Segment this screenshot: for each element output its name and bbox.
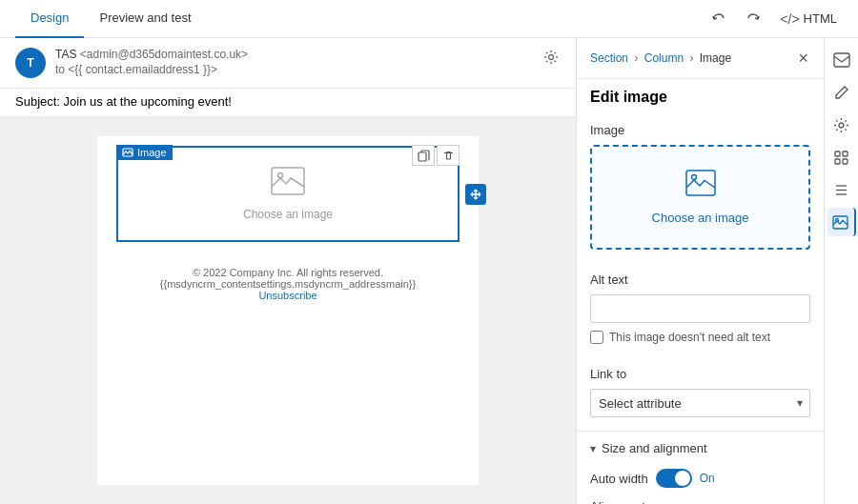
svg-rect-20: [843, 151, 848, 156]
breadcrumb-section[interactable]: Section: [590, 51, 628, 65]
top-bar: Design Preview and test </> HTML: [0, 0, 858, 38]
email-meta: TAS <admin@d365domaintest.co.uk> to <{{ …: [55, 48, 248, 76]
toolbar-actions: </> HTML: [705, 8, 843, 30]
svg-point-7: [691, 175, 696, 180]
attribute-select[interactable]: Select attribute: [590, 389, 810, 417]
panel-close-button[interactable]: ×: [796, 48, 810, 69]
svg-rect-19: [835, 151, 840, 156]
svg-rect-17: [834, 53, 849, 67]
breadcrumb-image: Image: [700, 51, 731, 65]
strip-settings-icon[interactable]: [827, 111, 856, 139]
email-subject: Subject: Join us at the upcoming event!: [0, 89, 576, 117]
canvas-body: Image Choose an image: [0, 117, 576, 504]
auto-width-label: Auto width: [590, 472, 648, 486]
image-block-toolbar: [412, 145, 460, 166]
alt-text-section: Alt text This image doesn't need alt tex…: [577, 263, 824, 357]
breadcrumb: Section › Column › Image: [590, 51, 731, 65]
email-sender-info: T TAS <admin@d365domaintest.co.uk> to <{…: [15, 48, 248, 78]
no-alt-text-label: This image doesn't need alt text: [609, 331, 770, 344]
email-from: TAS <admin@d365domaintest.co.uk>: [55, 48, 248, 61]
image-placeholder-text: Choose an image: [243, 208, 333, 221]
no-alt-text-checkbox[interactable]: [590, 331, 603, 344]
strip-list-icon[interactable]: [827, 175, 856, 204]
upload-icon: [685, 170, 716, 203]
panel-image-section: Image Choose an image: [577, 113, 824, 263]
avatar: T: [15, 48, 46, 78]
strip-email-icon[interactable]: [827, 46, 856, 74]
svg-rect-3: [419, 152, 426, 161]
email-header: T TAS <admin@d365domaintest.co.uk> to <{…: [0, 38, 576, 89]
delete-block-button[interactable]: [437, 145, 460, 166]
image-block-label: Image: [116, 145, 173, 160]
email-to: to <{{ contact.emailaddress1 }}>: [55, 63, 248, 76]
svg-rect-22: [843, 159, 848, 164]
email-canvas: Image Choose an image: [97, 136, 479, 485]
svg-rect-21: [835, 159, 840, 164]
undo-button[interactable]: [705, 8, 732, 30]
size-alignment-content: Auto width On Alignment: [577, 465, 824, 504]
svg-point-27: [836, 218, 839, 221]
redo-button[interactable]: [740, 8, 766, 30]
size-alignment-label: Size and alignment: [602, 441, 707, 455]
tab-design[interactable]: Design: [15, 0, 84, 38]
alt-text-label: Alt text: [590, 272, 810, 287]
svg-point-5: [278, 173, 283, 178]
panel-header: Section › Column › Image ×: [577, 38, 824, 79]
chevron-down-icon: ▾: [590, 442, 596, 455]
link-to-label: Link to: [590, 367, 810, 381]
select-wrapper: Select attribute ▾: [590, 389, 810, 417]
drag-handle[interactable]: [465, 184, 486, 205]
auto-width-row: Auto width On: [590, 469, 810, 488]
unsubscribe-link[interactable]: Unsubscribe: [258, 290, 317, 301]
toggle-on-label: On: [700, 472, 715, 485]
tab-group: Design Preview and test: [15, 0, 207, 38]
alignment-label: Alignment: [590, 499, 810, 504]
html-button[interactable]: </> HTML: [774, 8, 843, 30]
icon-strip: [824, 38, 858, 504]
upload-text: Choose an image: [652, 211, 749, 225]
svg-point-18: [839, 123, 844, 128]
svg-point-2: [125, 151, 127, 152]
right-panel: Section › Column › Image × Edit image Im…: [576, 38, 824, 504]
settings-button[interactable]: [541, 48, 561, 71]
svg-point-0: [549, 55, 554, 60]
breadcrumb-column[interactable]: Column: [644, 51, 684, 65]
strip-edit-icon[interactable]: [827, 78, 856, 107]
panel-title: Edit image: [577, 79, 824, 113]
image-block-wrapper: Image Choose an image: [116, 146, 460, 242]
main-layout: T TAS <admin@d365domaintest.co.uk> to <{…: [0, 38, 858, 504]
image-section-label: Image: [590, 123, 810, 137]
image-upload-area[interactable]: Choose an image: [590, 145, 810, 250]
image-block-content[interactable]: Choose an image: [116, 146, 460, 242]
canvas-area: T TAS <admin@d365domaintest.co.uk> to <{…: [0, 38, 576, 504]
no-alt-text-row: This image doesn't need alt text: [590, 331, 810, 344]
tab-preview[interactable]: Preview and test: [84, 0, 206, 38]
link-to-section: Link to Select attribute ▾: [577, 357, 824, 431]
strip-content-icon[interactable]: [827, 143, 856, 171]
strip-image-icon[interactable]: [827, 208, 856, 236]
code-icon: </>: [780, 11, 799, 27]
size-alignment-header[interactable]: ▾ Size and alignment: [577, 431, 824, 465]
email-footer: © 2022 Company Inc. All rights reserved.…: [97, 252, 479, 316]
alt-text-input[interactable]: [590, 294, 810, 323]
copy-block-button[interactable]: [412, 145, 435, 166]
image-placeholder-icon: [271, 167, 305, 202]
auto-width-toggle[interactable]: [656, 469, 692, 488]
